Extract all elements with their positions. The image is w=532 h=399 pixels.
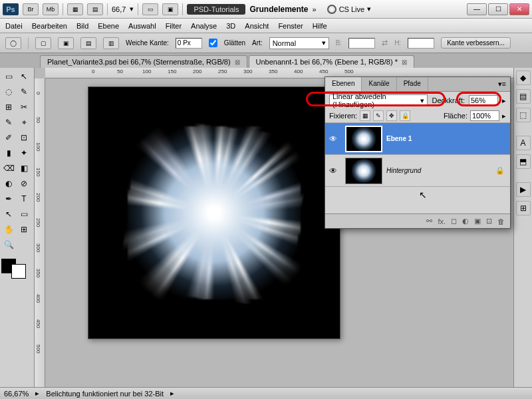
status-zoom[interactable]: 66,67% [4,390,29,398]
close-tab-icon[interactable]: ⊠ [402,59,407,66]
dodge-tool[interactable]: ◐ [1,176,16,191]
layer-mask-icon[interactable]: ◻ [451,217,457,225]
marquee-tool[interactable]: ▭ [1,69,16,84]
chevron-down-icon[interactable]: ▾ [367,5,371,13]
view-extras-button[interactable]: ▦ [67,3,83,15]
new-layer-icon[interactable]: ⊡ [486,217,492,225]
minimize-button[interactable]: — [467,3,487,15]
move-tool[interactable]: ↖ [17,69,31,84]
menu-auswahl[interactable]: Auswahl [128,22,156,30]
opacity-slider-icon[interactable]: ▸ [502,96,506,105]
menu-hilfe[interactable]: Hilfe [313,22,327,30]
stamp-tool[interactable]: ⊡ [17,130,31,145]
canvas[interactable] [88,86,340,339]
slice-tool[interactable]: ✂ [17,100,31,114]
style-dropdown[interactable]: Normal▾ [269,37,329,49]
paths-tab[interactable]: Pfade [397,77,428,91]
menu-3d[interactable]: 3D [226,22,235,30]
selection-add-icon[interactable]: ▣ [58,37,74,49]
character-panel-icon[interactable]: A [516,136,531,150]
opacity-input[interactable]: 56% [469,95,498,106]
rotate-view-tool[interactable]: ⊞ [17,222,31,237]
3d-tool[interactable]: ▭ [17,207,31,221]
screen-mode-button[interactable]: ▣ [162,3,178,15]
history-brush-tool[interactable]: ▮ [1,146,16,160]
shape-tool[interactable]: ↖ [1,207,16,221]
zoom-level[interactable]: 66,7 [112,5,126,13]
selection-new-icon[interactable]: ▢ [35,37,51,49]
history-panel-icon[interactable]: ⊞ [516,201,531,215]
lasso-tool[interactable]: ◌ [1,84,16,99]
layer-style-icon[interactable]: fx. [438,217,446,225]
eraser-tool[interactable]: ✦ [17,146,31,160]
adjustment-layer-icon[interactable]: ◐ [462,217,469,225]
maximize-button[interactable]: ☐ [488,3,508,15]
chevron-icon[interactable]: » [313,5,317,13]
hand-tool[interactable]: ✋ [1,222,16,237]
layer-thumbnail[interactable] [345,158,382,184]
view-guides-button[interactable]: ▤ [87,3,103,15]
actions-panel-icon[interactable]: ▶ [516,182,531,197]
layer-group-icon[interactable]: ▣ [474,217,481,225]
status-chevron-icon[interactable]: ▸ [170,389,174,398]
brush-tool[interactable]: ✐ [1,130,16,145]
status-chevron-icon[interactable]: ▸ [35,389,39,398]
layer-row[interactable]: 👁 Hintergrund 🔒 [325,155,510,187]
menu-ansicht[interactable]: Ansicht [245,22,269,30]
styles-panel-icon[interactable]: ⬚ [516,108,531,122]
type-tool[interactable]: ✒ [1,192,16,206]
refine-edge-button[interactable]: Kante verbessern... [441,37,511,49]
layer-row[interactable]: 👁 Ebene 1 [325,123,510,155]
channels-tab[interactable]: Kanäle [362,77,396,91]
menu-ebene[interactable]: Ebene [98,22,119,30]
menu-fenster[interactable]: Fenster [278,22,303,30]
fill-input[interactable]: 100% [470,110,499,121]
lock-all-icon[interactable]: 🔒 [400,110,410,121]
ruler-vertical[interactable]: 0 50 100 150 200 250 300 350 400 450 500 [35,78,45,387]
delete-layer-icon[interactable]: 🗑 [497,217,505,225]
arrange-button[interactable]: ▭ [142,3,158,15]
panel-menu-icon[interactable]: ▾≡ [494,77,510,91]
menu-datei[interactable]: Datei [5,22,23,30]
blur-tool[interactable]: ◧ [17,161,31,176]
cslive-label[interactable]: CS Live [339,5,365,13]
zoom-dropdown-icon[interactable]: ▾ [130,5,134,13]
marquee-tool-preset-icon[interactable]: ◯ [5,37,21,49]
minibridge-button[interactable]: Mb [43,3,59,15]
menu-bild[interactable]: Bild [76,22,88,30]
document-tab[interactable]: Planet_Variante3.psd bei 66,7% (Sternens… [40,55,247,68]
eyedropper-tool[interactable]: ✎ [1,115,16,130]
selection-subtract-icon[interactable]: ▤ [80,37,96,49]
visibility-icon[interactable]: 👁 [325,134,341,144]
layer-thumbnail[interactable] [345,126,382,152]
zoom-tool[interactable]: 🔍 [1,237,16,252]
visibility-icon[interactable]: 👁 [325,166,341,176]
color-panel-icon[interactable]: ◆ [516,70,531,85]
lock-pixels-icon[interactable]: ✎ [373,110,384,121]
path-select-tool[interactable]: T [17,192,31,206]
selection-intersect-icon[interactable]: ▥ [103,37,119,49]
bridge-button[interactable]: Br [23,3,39,15]
crop-tool[interactable]: ⊞ [1,100,16,114]
background-color[interactable] [11,264,26,279]
healing-tool[interactable]: ⌖ [17,115,31,130]
magic-wand-tool[interactable]: ✎ [17,84,31,99]
feather-input[interactable] [176,38,202,49]
blend-mode-dropdown[interactable]: Linear abwedeln (Hinzufügen)▾ [329,94,428,106]
menu-filter[interactable]: Filter [166,22,182,30]
workspace-pill[interactable]: PSD-Tutorials [187,4,245,15]
antialias-checkbox[interactable] [209,39,217,47]
pen-tool[interactable]: ⊘ [17,176,31,191]
close-button[interactable]: ✕ [509,3,529,15]
gradient-tool[interactable]: ⌫ [1,161,16,176]
close-tab-icon[interactable]: ⊠ [235,59,240,66]
lock-position-icon[interactable]: ✥ [386,110,397,121]
document-tab[interactable]: Unbenannt-1 bei 66,7% (Ebene 1, RGB/8) *… [249,55,414,68]
lock-transparency-icon[interactable]: ▦ [360,110,370,121]
paragraph-panel-icon[interactable]: ⬒ [516,154,531,169]
layer-name[interactable]: Hintergrund [386,167,421,174]
menu-bearbeiten[interactable]: Bearbeiten [32,22,67,30]
link-layers-icon[interactable]: ⚯ [426,217,432,225]
layers-tab[interactable]: Ebenen [325,77,362,91]
menu-analyse[interactable]: Analyse [191,22,217,30]
